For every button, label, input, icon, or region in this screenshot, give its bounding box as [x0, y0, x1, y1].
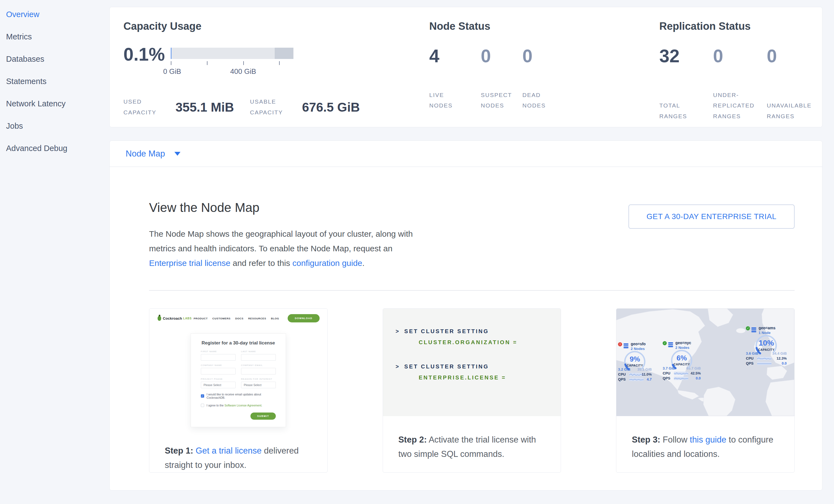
check-icon: ✓ [663, 341, 667, 345]
sidebar-item-statements[interactable]: Statements [6, 70, 109, 93]
view-selector-dropdown[interactable]: Node Map [110, 141, 822, 167]
capacity-bar-used-segment [171, 48, 171, 59]
enterprise-trial-license-link[interactable]: Enterprise trial license [149, 259, 231, 267]
qps-sparkline [674, 377, 688, 380]
sql-command-1-text: SET CLUSTER SETTING [404, 328, 489, 334]
locality-name: geo=nyc [675, 341, 691, 345]
capacity-axis-label-400: 400 GiB [231, 67, 256, 76]
locality-ams: ✓ geo=ams 1 Node [746, 326, 787, 366]
capacity-axis-label-0: 0 GiB [163, 67, 181, 76]
step-2-caption: Step 2: Activate the trial license with … [383, 416, 561, 461]
replication-status-section: Replication Status 32 0 0 TOTAL RANGES U… [659, 20, 822, 127]
sql-command-1-setting: CLUSTER.ORGANIZATION = [396, 337, 550, 348]
get-trial-license-link[interactable]: Get a trial license [196, 446, 262, 456]
locality-sfo: ! geo=sfo 2 Nodes [618, 342, 652, 381]
qps-value: 0.0 [696, 376, 701, 380]
unavailable-ranges-count: 0 [767, 46, 822, 66]
sql-commands-snippet: >SET CLUSTER SETTING CLUSTER.ORGANIZATIO… [383, 309, 561, 416]
sql-command-2-setting: ENTERPRISE.LICENSE = [396, 372, 550, 383]
section-divider [149, 290, 795, 291]
total-ranges-label: TOTAL RANGES [659, 100, 690, 122]
suspect-nodes-label: SUSPECT NODES [481, 90, 512, 111]
node-map-panel: Node Map View the Node Map The Node Map … [109, 140, 822, 490]
capacity-axis-ticks [171, 61, 293, 66]
sidebar-item-overview[interactable]: Overview [6, 3, 109, 26]
mini-submit-button: SUBMIT [250, 413, 276, 420]
intro-text-3: . [362, 259, 365, 267]
mini-nav-customers: CUSTOMERS [213, 317, 231, 320]
total-ranges-count: 32 [659, 46, 713, 66]
license-agreement-label: I agree to the Software License Agreemen… [207, 404, 262, 407]
prompt-icon: > [396, 364, 400, 370]
company-name-field [201, 368, 236, 374]
configuration-guide-link[interactable]: configuration guide [292, 259, 362, 267]
company-name-label: COMPANY NAME [201, 364, 236, 367]
sql-command-2: >SET CLUSTER SETTING [396, 361, 550, 372]
step-1-caption: Step 1: Get a trial license delivered st… [149, 427, 327, 472]
trial-license-form: Register for a 30-day trial license FIRS… [191, 333, 286, 427]
reason-for-interest-select: Please Select [241, 382, 276, 388]
intro-text-1: The Node Map shows the geographical layo… [149, 229, 413, 253]
live-nodes-count: 4 [429, 46, 481, 66]
database-stack-icon [668, 342, 673, 347]
step-2-label: Step 2: [398, 435, 427, 444]
email-updates-checkbox: ✓ [201, 394, 204, 398]
mini-nav-product: PRODUCT [194, 317, 208, 320]
company-email-label: COMPANY EMAIL [241, 364, 276, 367]
last-name-label: LAST NAME [241, 350, 276, 353]
first-name-field [201, 354, 236, 361]
mini-nav-blog: BLOG [271, 317, 279, 320]
get-enterprise-trial-button[interactable]: GET A 30-DAY ENTERPRISE TRIAL [629, 204, 795, 229]
sidebar-item-jobs[interactable]: Jobs [6, 115, 109, 137]
capacity-percent: 6% [677, 354, 687, 361]
company-email-field [241, 368, 276, 374]
usable-capacity-value: 676.5 GiB [302, 100, 360, 115]
this-guide-link[interactable]: this guide [690, 435, 727, 444]
capacity-bar: 0 GiB 400 GiB [171, 44, 293, 76]
project-phase-select: Please Select [201, 382, 236, 388]
sql-command-1: >SET CLUSTER SETTING [396, 326, 550, 337]
live-nodes-label: LIVE NODES [429, 90, 460, 111]
sidebar-item-databases[interactable]: Databases [6, 48, 109, 70]
intro-paragraph: The Node Map shows the geographical layo… [149, 226, 418, 270]
qps-label: QPS [618, 377, 628, 381]
replication-status-title: Replication Status [659, 20, 822, 32]
check-icon: ✓ [746, 326, 750, 330]
mini-nav-docs: DOCS [235, 317, 244, 320]
capacity-usage-title: Capacity Usage [124, 20, 429, 32]
capacity-used-percent: 0.1% [124, 44, 165, 76]
qps-label: QPS [746, 361, 756, 366]
email-updates-label: I would like to receive email updates ab… [207, 393, 276, 399]
database-stack-icon [751, 327, 756, 332]
locality-name: geo=sfo [631, 342, 645, 346]
sidebar-item-metrics[interactable]: Metrics [6, 26, 109, 48]
sidebar: Overview Metrics Databases Statements Ne… [0, 0, 109, 504]
locality-name: geo=ams [759, 326, 775, 330]
step-2-card: >SET CLUSTER SETTING CLUSTER.ORGANIZATIO… [383, 308, 561, 473]
sidebar-item-network-latency[interactable]: Network Latency [6, 93, 109, 115]
project-phase-label: PROJECT PHASE [201, 378, 236, 380]
intro-text-2: and refer to this [231, 259, 292, 267]
prompt-icon: > [396, 328, 400, 334]
node-map-preview-image: ! geo=sfo 2 Nodes [616, 309, 794, 416]
database-stack-icon [623, 343, 629, 348]
alert-icon: ! [618, 342, 622, 346]
mini-nav-resources: RESOURCES [248, 317, 266, 320]
sidebar-item-advanced-debug[interactable]: Advanced Debug [6, 137, 109, 159]
step-3-label: Step 3: [632, 435, 660, 444]
mini-download-button: DOWNLOAD [288, 314, 320, 323]
locality-nyc: ✓ geo=nyc 2 Nodes [663, 341, 701, 380]
step-1-text-before [193, 446, 196, 456]
capacity-gauge-label: CAPACITY [674, 363, 690, 366]
trial-form-title: Register for a 30-day trial license [201, 340, 276, 346]
dead-nodes-label: DEAD NODES [522, 90, 553, 111]
cockroach-logo-suffix: LABS [183, 317, 192, 320]
qps-value: 4.7 [646, 377, 652, 381]
node-status-title: Node Status [429, 20, 659, 32]
last-name-field [241, 354, 276, 361]
capacity-gauge: 9% CAPACITY [623, 350, 646, 372]
license-agreement-text: I agree to the [207, 404, 224, 407]
capacity-bar-reserved-segment [275, 48, 293, 59]
node-map-intro: View the Node Map The Node Map shows the… [149, 200, 418, 270]
main-content: Capacity Usage 0.1% 0 GiB [109, 0, 834, 504]
